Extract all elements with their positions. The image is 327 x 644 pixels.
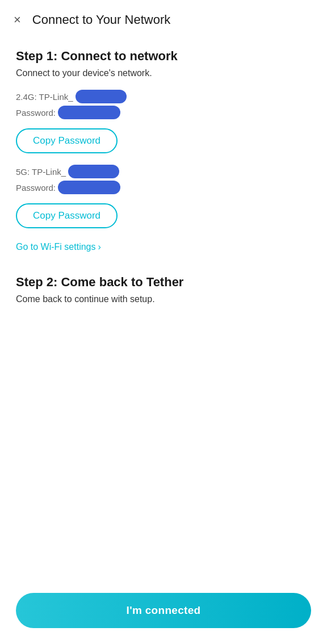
network-5g-ssid-redacted <box>68 165 119 178</box>
network-5g-password-row: Password: <box>16 181 311 194</box>
network-24g-info: 2.4G: TP-Link_ Password: <box>16 90 311 119</box>
step2-section: Step 2: Come back to Tether Come back to… <box>16 275 311 304</box>
chevron-right-icon: › <box>98 242 100 252</box>
network-24g-password-label: Password: <box>16 108 56 118</box>
network-24g-ssid-row: 2.4G: TP-Link_ <box>16 90 311 103</box>
network-24g-ssid-label: 2.4G: TP-Link_ <box>16 92 73 102</box>
close-button[interactable]: × <box>14 11 26 28</box>
network-24g-block: 2.4G: TP-Link_ Password: Copy Password <box>16 90 311 153</box>
im-connected-button[interactable]: I'm connected <box>16 593 311 628</box>
network-5g-password-label: Password: <box>16 183 56 193</box>
wifi-settings-link[interactable]: Go to Wi-Fi settings › <box>16 242 101 252</box>
copy-password-5g-button[interactable]: Copy Password <box>16 203 118 228</box>
bottom-bar: I'm connected <box>0 584 327 644</box>
network-24g-password-redacted <box>58 106 120 119</box>
network-5g-info: 5G: TP-Link_ Password: <box>16 165 311 194</box>
page-title: Connect to Your Network <box>32 12 170 27</box>
copy-password-24g-button[interactable]: Copy Password <box>16 128 118 153</box>
network-24g-ssid-redacted <box>76 90 127 103</box>
wifi-settings-label: Go to Wi-Fi settings <box>16 242 95 252</box>
step1-title: Step 1: Connect to network <box>16 49 311 64</box>
header: × Connect to Your Network <box>0 0 327 37</box>
network-5g-ssid-label: 5G: TP-Link_ <box>16 167 66 177</box>
network-24g-password-row: Password: <box>16 106 311 119</box>
network-5g-block: 5G: TP-Link_ Password: Copy Password <box>16 165 311 228</box>
network-5g-ssid-row: 5G: TP-Link_ <box>16 165 311 178</box>
step2-description: Come back to continue with setup. <box>16 294 311 304</box>
step2-title: Step 2: Come back to Tether <box>16 275 311 290</box>
network-5g-password-redacted <box>58 181 120 194</box>
main-content: Step 1: Connect to network Connect to yo… <box>0 37 327 384</box>
step1-description: Connect to your device's network. <box>16 68 311 78</box>
